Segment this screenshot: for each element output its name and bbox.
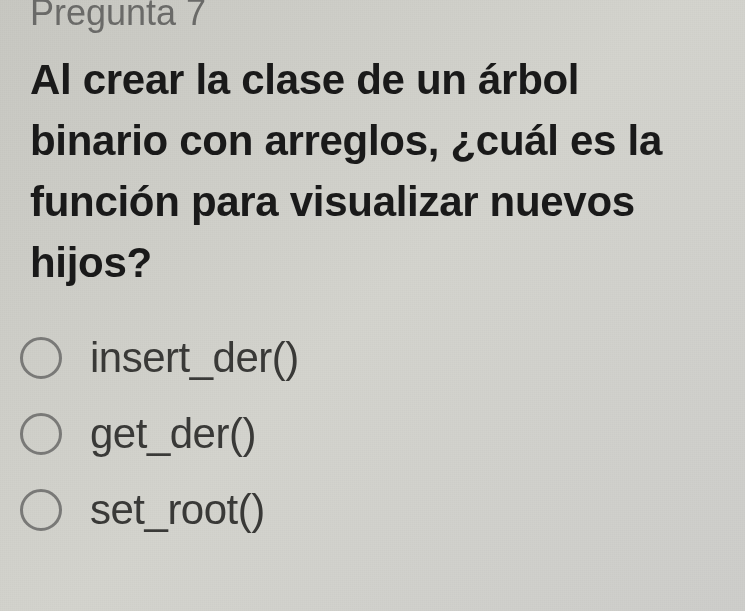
option-2[interactable]: get_der() — [20, 410, 725, 458]
radio-icon — [20, 489, 62, 531]
option-label: insert_der() — [90, 334, 299, 382]
options-group: insert_der() get_der() set_root() — [20, 334, 725, 534]
radio-icon — [20, 413, 62, 455]
option-label: set_root() — [90, 486, 265, 534]
option-3[interactable]: set_root() — [20, 486, 725, 534]
radio-icon — [20, 337, 62, 379]
option-1[interactable]: insert_der() — [20, 334, 725, 382]
question-number: Pregunta 7 — [20, 0, 725, 34]
question-text: Al crear la clase de un árbol binario co… — [20, 50, 725, 294]
option-label: get_der() — [90, 410, 256, 458]
